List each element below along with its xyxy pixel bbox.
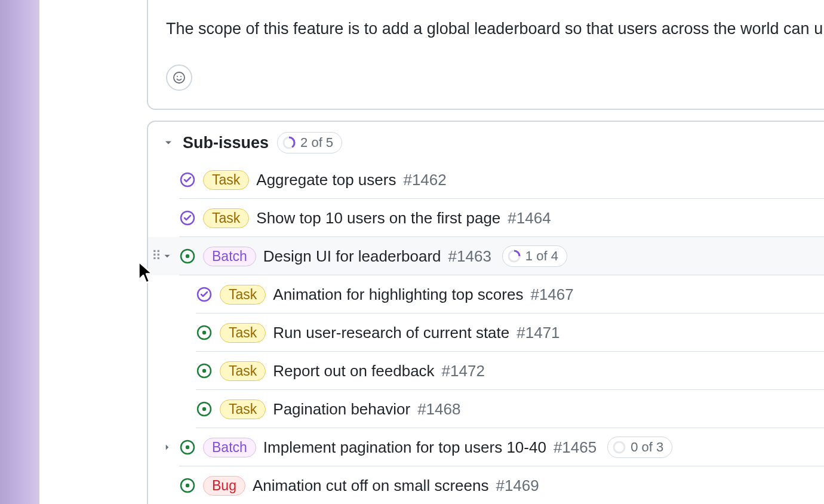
chevron-right-icon[interactable]: [161, 441, 173, 453]
progress-ring-icon: [282, 136, 296, 149]
issue-number: #1462: [403, 171, 446, 189]
label-task[interactable]: Task: [220, 399, 266, 419]
label-task[interactable]: Task: [220, 323, 266, 343]
svg-point-20: [614, 442, 625, 453]
issue-title[interactable]: Implement pagination for top users 10-40: [263, 438, 546, 457]
issue-row[interactable]: Bug Animation cut off on small screens #…: [148, 466, 824, 504]
issue-title[interactable]: Report out on feedback: [273, 362, 434, 380]
issue-number: #1465: [554, 438, 597, 457]
issue-title[interactable]: Design UI for leaderboard: [263, 247, 441, 266]
svg-point-19: [186, 445, 189, 449]
svg-point-17: [202, 407, 206, 411]
left-gradient: [0, 0, 39, 504]
row-progress-pill: 1 of 4: [502, 245, 567, 267]
description-text: The scope of this feature is to add a gl…: [166, 18, 824, 41]
description-card: The scope of this feature is to add a gl…: [147, 0, 824, 110]
issue-number: #1464: [508, 209, 551, 228]
chevron-down-icon: [162, 137, 174, 149]
label-task[interactable]: Task: [220, 285, 266, 305]
label-task[interactable]: Task: [220, 361, 266, 381]
subissues-progress-pill: 2 of 5: [277, 132, 342, 153]
smiley-icon: [172, 70, 186, 85]
issue-title[interactable]: Aggregate top users: [256, 171, 396, 189]
issue-row[interactable]: ⠿ Batch Design UI for leaderboard #1463 …: [148, 237, 824, 275]
progress-ring-icon: [508, 250, 521, 263]
issue-number: #1471: [516, 324, 559, 342]
subissues-header[interactable]: Sub-issues 2 of 5: [148, 130, 824, 155]
label-bug[interactable]: Bug: [203, 476, 245, 496]
label-batch[interactable]: Batch: [203, 438, 256, 457]
svg-point-13: [202, 331, 206, 334]
issue-number: #1468: [417, 400, 460, 419]
issue-number: #1467: [530, 285, 573, 304]
row-progress-pill: 0 of 3: [607, 437, 672, 458]
subissues-counter-text: 2 of 5: [300, 135, 333, 150]
issue-row[interactable]: Task Aggregate top users #1462: [148, 161, 824, 199]
issue-title[interactable]: Run user-research of current state: [273, 324, 509, 342]
issue-title[interactable]: Show top 10 users on the first page: [256, 209, 500, 228]
issue-status-done-icon: [179, 171, 196, 188]
issue-title[interactable]: Pagination behavior: [273, 400, 410, 419]
issue-status-open-icon: [196, 401, 213, 417]
svg-point-15: [202, 369, 206, 373]
issue-row[interactable]: Batch Implement pagination for top users…: [148, 428, 824, 466]
label-task[interactable]: Task: [203, 170, 249, 190]
label-task[interactable]: Task: [203, 208, 249, 228]
issue-status-open-icon: [179, 248, 196, 265]
issue-title[interactable]: Animation for highlighting top scores: [273, 285, 523, 304]
svg-point-1: [177, 76, 178, 77]
page-content: The scope of this feature is to add a gl…: [39, 0, 824, 504]
issue-number: #1472: [442, 362, 485, 380]
issue-number: #1469: [496, 477, 539, 495]
label-batch[interactable]: Batch: [203, 247, 256, 266]
chevron-down-icon[interactable]: [161, 250, 173, 262]
issue-row[interactable]: Task Show top 10 users on the first page…: [148, 199, 824, 237]
add-reaction-button[interactable]: [166, 64, 192, 91]
issue-status-done-icon: [196, 286, 213, 303]
subissues-section: Sub-issues 2 of 5 Task Aggregate top use…: [147, 121, 824, 504]
issue-number: #1463: [448, 247, 491, 266]
issue-status-open-icon: [196, 362, 213, 379]
issue-status-open-icon: [179, 477, 196, 494]
progress-ring-icon: [613, 441, 626, 454]
subissues-title: Sub-issues: [183, 134, 269, 152]
row-counter-text: 0 of 3: [631, 440, 663, 455]
subissues-list: Task Aggregate top users #1462 Task Show…: [148, 161, 824, 504]
issue-status-open-icon: [179, 439, 196, 456]
issue-row[interactable]: Task Run user-research of current state …: [148, 314, 824, 352]
issue-row[interactable]: Task Report out on feedback #1472: [148, 352, 824, 390]
issue-status-done-icon: [179, 210, 196, 226]
issue-title[interactable]: Animation cut off on small screens: [253, 477, 488, 495]
drag-handle-icon[interactable]: ⠿: [152, 250, 160, 263]
svg-point-8: [186, 254, 189, 258]
row-counter-text: 1 of 4: [525, 248, 558, 264]
svg-point-2: [180, 76, 182, 77]
svg-point-0: [174, 72, 185, 83]
issue-row[interactable]: Task Pagination behavior #1468: [148, 390, 824, 428]
issue-status-open-icon: [196, 324, 213, 341]
issue-row[interactable]: Task Animation for highlighting top scor…: [148, 275, 824, 314]
svg-point-23: [186, 484, 189, 487]
